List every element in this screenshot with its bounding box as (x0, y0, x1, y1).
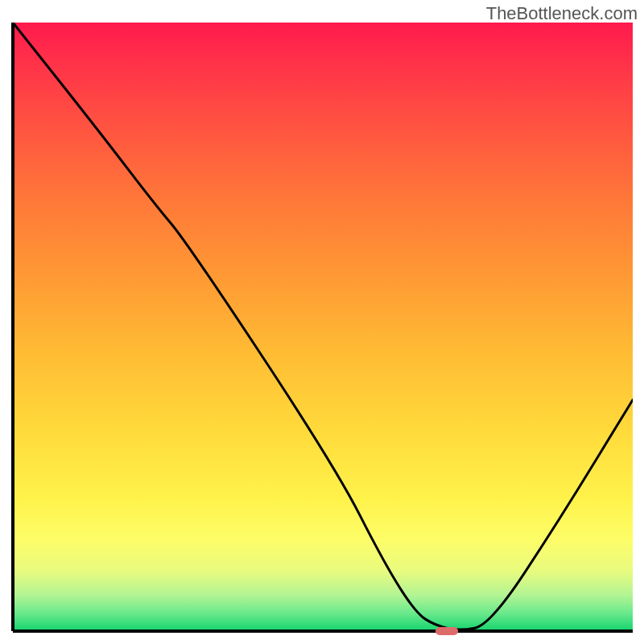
watermark-text: TheBottleneck.com (486, 3, 638, 24)
plot-axes (11, 23, 633, 633)
bottleneck-plot (11, 23, 633, 633)
optimal-marker-icon (436, 627, 458, 635)
